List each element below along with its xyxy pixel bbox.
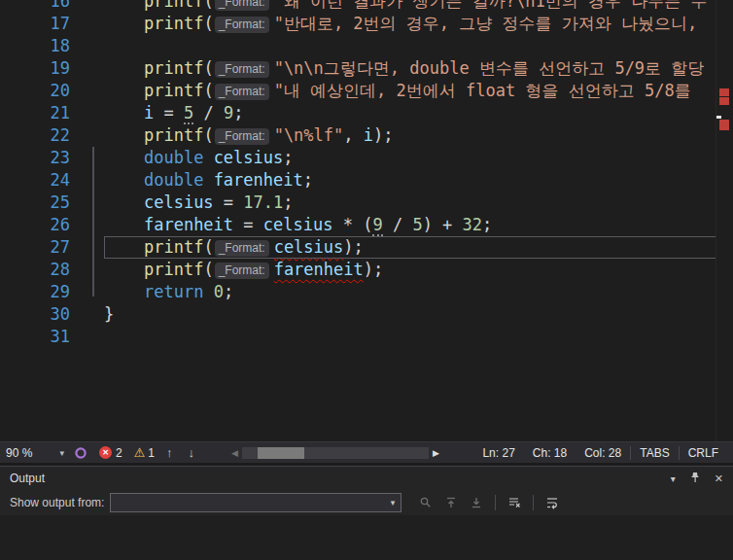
code-token: ( (203, 260, 213, 279)
code-line[interactable]: printf(_Format:"내 예상인데, 2번에서 float 형을 선언… (104, 80, 717, 102)
code-token: = (214, 192, 244, 212)
line-number[interactable]: 17 (0, 13, 70, 35)
find-message-icon[interactable] (417, 494, 435, 511)
code-line[interactable]: printf(_Format:farenheit); (104, 259, 717, 281)
output-content[interactable] (0, 515, 733, 560)
line-number[interactable]: 31 (0, 326, 70, 348)
code-token: ; (482, 215, 492, 234)
code-token (203, 170, 213, 190)
previous-issue-icon[interactable]: ↑ (166, 445, 173, 460)
zoom-value: 90 % (6, 446, 32, 460)
code-token: printf (144, 0, 203, 11)
indent (104, 282, 144, 301)
previous-message-icon[interactable] (442, 494, 460, 511)
parameter-hint: _Format: (215, 0, 269, 11)
code-line[interactable]: printf(_Format:"반대로, 2번의 경우, 그냥 정수를 가져와 … (104, 13, 717, 35)
editor-status-bar: 90 % ▾ ✕ 2 ⚠ 1 ↑ ↓ ◀ ▶ Ln: 27 Ch: 18 Col… (0, 441, 733, 463)
horizontal-scrollbar[interactable] (242, 447, 429, 459)
code-token: / (193, 103, 224, 122)
error-mark (719, 120, 729, 130)
vertical-scrollbar[interactable] (716, 0, 733, 441)
indent (104, 0, 144, 11)
line-number[interactable]: 24 (0, 169, 70, 192)
code-line[interactable]: printf(_Format:"\n\n그렇다면, double 변수를 선언하… (104, 57, 717, 80)
line-number[interactable]: 22 (0, 124, 70, 147)
line-number[interactable]: 29 (0, 281, 70, 303)
word-wrap-icon[interactable] (543, 494, 561, 511)
intellicode-icon[interactable] (74, 446, 87, 460)
indent (104, 237, 144, 257)
warning-count-button[interactable]: ⚠ 1 (134, 446, 155, 460)
code-area[interactable]: 16171819202122232425262728293031 printf(… (0, 0, 733, 441)
line-number[interactable]: 16 (0, 0, 70, 13)
code-line[interactable]: printf(_Format:celsius); (104, 236, 717, 259)
code-line[interactable] (104, 326, 717, 348)
error-count-button[interactable]: ✕ 2 (99, 446, 122, 460)
warning-count: 1 (148, 446, 155, 460)
line-number[interactable]: 27 (0, 236, 70, 259)
code-token: double (144, 148, 203, 167)
code-token: 9 (372, 215, 382, 236)
character-indicator[interactable]: Ch: 18 (524, 446, 576, 460)
code-token: ; (233, 103, 243, 122)
line-number[interactable]: 26 (0, 214, 70, 236)
line-number[interactable]: 25 (0, 192, 70, 214)
code-token: = (233, 215, 263, 234)
line-number[interactable]: 21 (0, 102, 70, 124)
code-line[interactable]: celsius = 17.1; (104, 192, 717, 214)
parameter-hint: _Format: (215, 61, 269, 78)
column-indicator[interactable]: Col: 28 (576, 446, 630, 460)
divider (495, 495, 496, 510)
code-token: celsius (214, 148, 284, 167)
line-indicator[interactable]: Ln: 27 (473, 446, 523, 460)
scroll-left-icon[interactable]: ◀ (231, 448, 238, 458)
code-token: ; (303, 170, 313, 190)
indent (104, 58, 144, 78)
code-line[interactable]: double farenheit; (104, 169, 717, 192)
code-line[interactable] (104, 35, 717, 57)
code-line[interactable]: } (104, 303, 717, 326)
warning-icon: ⚠ (134, 446, 146, 459)
scroll-right-icon[interactable]: ▶ (433, 448, 439, 458)
parameter-hint: _Format: (215, 262, 269, 279)
line-number[interactable]: 23 (0, 147, 70, 169)
error-icon: ✕ (99, 446, 112, 459)
code-token: "내 예상인데, 2번에서 float 형을 선언하고 5/8를 (274, 81, 691, 100)
code-line[interactable]: i = 5 / 9; (104, 102, 717, 124)
panel-menu-icon[interactable]: ▾ (671, 473, 676, 484)
code-token: printf (144, 260, 203, 279)
next-issue-icon[interactable]: ↓ (189, 445, 195, 460)
code-token: farenheit (274, 260, 364, 279)
line-number[interactable]: 19 (0, 57, 70, 80)
code-token: ( (203, 81, 213, 100)
code-token (203, 282, 213, 301)
code-line[interactable]: double celsius; (104, 147, 717, 169)
pin-icon[interactable] (689, 470, 701, 487)
clear-all-icon[interactable] (506, 494, 523, 511)
output-panel-header: Output ▾ ✕ (0, 467, 733, 490)
line-number[interactable]: 30 (0, 303, 70, 326)
tabs-indicator[interactable]: TABS (631, 446, 678, 460)
code-line[interactable]: printf(_Format:"\n%lf", i); (104, 124, 717, 147)
code-line[interactable]: farenheit = celsius * (9 / 5) + 32; (104, 214, 717, 236)
code-token: printf (144, 125, 203, 145)
output-source-dropdown[interactable]: ▾ (110, 493, 401, 512)
next-message-icon[interactable] (468, 494, 485, 511)
code-token: double (144, 170, 203, 190)
line-number[interactable]: 18 (0, 35, 70, 57)
line-number[interactable]: 20 (0, 80, 70, 102)
chevron-down-icon: ▾ (391, 498, 396, 508)
code-token: ) + (423, 215, 463, 234)
code-token: return (144, 282, 203, 301)
zoom-control[interactable]: 90 % ▾ (6, 446, 64, 460)
code-line[interactable]: printf(_Format:"왜 이런 결과가 생기는 걸까?\n1번의 경우… (104, 0, 717, 13)
line-number[interactable]: 28 (0, 259, 70, 281)
code-token: ( (203, 58, 213, 78)
close-icon[interactable]: ✕ (715, 472, 723, 485)
code-line[interactable]: return 0; (104, 281, 717, 303)
eol-indicator[interactable]: CRLF (680, 446, 727, 460)
indent (104, 192, 144, 212)
scrollbar-thumb[interactable] (258, 447, 304, 459)
code-token: ( (203, 0, 213, 11)
show-output-from-label: Show output from: (10, 496, 104, 509)
